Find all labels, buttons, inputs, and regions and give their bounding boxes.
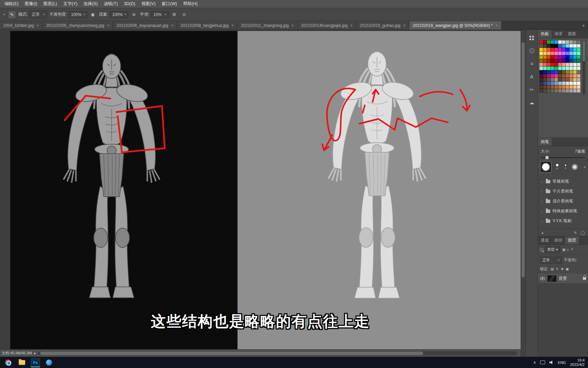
chevron-right-icon[interactable]: › — [541, 219, 543, 223]
swatch[interactable] — [551, 85, 554, 89]
tab-gradients[interactable]: 渐变 — [552, 30, 565, 38]
swatch[interactable] — [551, 74, 554, 78]
swatch[interactable] — [554, 78, 558, 81]
swatch[interactable] — [558, 63, 562, 66]
tab-overflow-button[interactable]: » — [579, 21, 588, 30]
swatch[interactable] — [573, 66, 577, 70]
swatch[interactable] — [539, 55, 543, 59]
document-tab-active[interactable]: 202102016_wangjian.jpg @ 50%(RGB/8#) * × — [409, 21, 502, 30]
vertical-scrollbar[interactable] — [521, 30, 525, 357]
brush-tool-icon[interactable]: ✎ — [8, 11, 16, 19]
brush-preset[interactable]: 4 — [554, 164, 560, 170]
swatch[interactable] — [562, 70, 566, 74]
swatch[interactable] — [547, 44, 551, 48]
swatch[interactable] — [547, 70, 551, 74]
swatch[interactable] — [569, 44, 573, 48]
swatch[interactable] — [539, 74, 543, 78]
swatch[interactable] — [562, 59, 566, 63]
swatch[interactable] — [551, 48, 554, 51]
swatch[interactable] — [543, 74, 547, 78]
swatch[interactable] — [558, 85, 562, 89]
swatch[interactable] — [547, 51, 551, 55]
taskbar-explorer-button[interactable] — [17, 358, 27, 367]
swatch[interactable] — [554, 44, 558, 48]
swatch[interactable] — [566, 89, 569, 93]
swatch[interactable] — [566, 55, 569, 59]
swatch[interactable] — [547, 59, 551, 63]
swatch[interactable] — [562, 78, 566, 81]
swatch[interactable] — [566, 51, 569, 55]
tab-close-icon[interactable]: × — [231, 23, 234, 28]
swatch[interactable] — [566, 78, 569, 81]
swatch[interactable] — [539, 70, 543, 74]
swatch[interactable] — [554, 48, 558, 51]
swatch[interactable] — [573, 59, 577, 63]
tool-preset-caret-icon[interactable]: ▾ — [3, 13, 5, 16]
new-brush-icon[interactable]: ✎ — [574, 231, 577, 235]
touch-keyboard-icon[interactable] — [540, 361, 545, 364]
tab-channels[interactable]: 通道 — [538, 236, 552, 244]
swatch[interactable] — [543, 81, 547, 85]
swatch[interactable] — [543, 48, 547, 51]
lock-position-icon[interactable]: ✚ — [561, 267, 564, 271]
swatch[interactable] — [547, 63, 551, 66]
swatch[interactable] — [558, 74, 562, 78]
swatch[interactable] — [543, 89, 547, 93]
swatch[interactable] — [558, 51, 562, 55]
swatch[interactable] — [558, 81, 562, 85]
tray-chevron-icon[interactable]: ∧ — [533, 360, 536, 365]
document-tab[interactable]: 202102015_guhao.jpg × — [356, 21, 409, 30]
brush-folder-special-effects[interactable]: › 特殊效果画笔 — [538, 206, 588, 216]
swatches-scrollbar[interactable] — [583, 40, 585, 95]
swatch[interactable] — [577, 89, 581, 93]
swatch[interactable] — [551, 59, 554, 63]
speaker-icon[interactable] — [549, 361, 554, 364]
menu-item-layer[interactable]: 图层(L) — [40, 0, 60, 8]
swatches-scrollbar-thumb[interactable] — [583, 41, 585, 61]
swatch[interactable] — [554, 51, 558, 55]
swatch[interactable] — [562, 63, 566, 66]
smoothing-dropdown[interactable]: 10% ▾ — [151, 11, 169, 18]
swatch[interactable] — [569, 74, 573, 78]
history-panel-icon[interactable]: ≡ — [528, 60, 536, 67]
flow-dropdown[interactable]: 100% ▾ — [110, 11, 129, 18]
swatch[interactable] — [547, 85, 551, 89]
swatch[interactable] — [543, 55, 547, 59]
swatch[interactable] — [573, 78, 577, 81]
swatch[interactable] — [547, 48, 551, 51]
layer-thumbnail[interactable] — [548, 275, 556, 282]
brush-preset[interactable]: 2 — [562, 165, 569, 170]
swatch[interactable] — [554, 66, 558, 70]
swatch[interactable] — [562, 89, 566, 93]
swatch[interactable] — [577, 51, 581, 55]
swatch[interactable] — [569, 78, 573, 81]
swatch[interactable] — [554, 89, 558, 93]
swatch[interactable] — [569, 70, 573, 74]
tab-swatches[interactable]: 色板 — [538, 30, 552, 38]
opacity-dropdown[interactable]: 100% ▾ — [69, 11, 87, 18]
swatch[interactable] — [539, 66, 543, 70]
swatch[interactable] — [577, 66, 581, 70]
working-image-light[interactable] — [238, 31, 521, 349]
lock-all-icon[interactable]: ▣ — [566, 267, 569, 271]
swatch[interactable] — [569, 48, 573, 51]
brush-size-slider[interactable] — [541, 157, 585, 158]
swatch[interactable] — [539, 81, 543, 85]
swatch[interactable] — [577, 81, 581, 85]
menu-item-3d[interactable]: 3D(D) — [121, 0, 138, 8]
swatch[interactable] — [558, 44, 562, 48]
swatch[interactable] — [566, 59, 569, 63]
swatch[interactable] — [569, 89, 573, 93]
preset-more-icon[interactable]: » — [584, 165, 586, 169]
swatch[interactable] — [562, 85, 566, 89]
swatch[interactable] — [551, 89, 554, 93]
chevron-right-icon[interactable]: › — [541, 209, 543, 213]
horizontal-scrollbar[interactable] — [38, 351, 517, 355]
swatch[interactable] — [577, 59, 581, 63]
menu-item-select[interactable]: 选择(S) — [80, 0, 101, 8]
swatch[interactable] — [543, 44, 547, 48]
swatch[interactable] — [554, 59, 558, 63]
swatch[interactable] — [577, 55, 581, 59]
swatch[interactable] — [554, 81, 558, 85]
swatch[interactable] — [547, 89, 551, 93]
